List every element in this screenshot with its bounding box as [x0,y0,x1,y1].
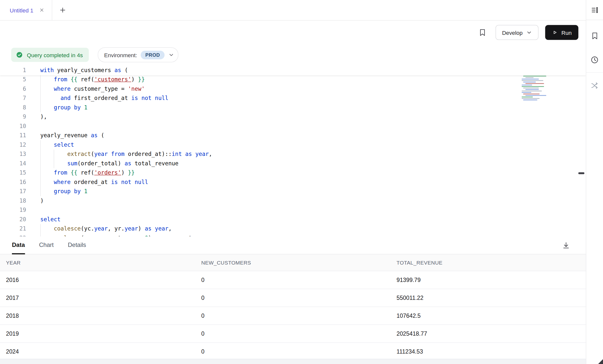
tab-details[interactable]: Details [68,236,86,254]
code-text: and first_ordered_at is not null [26,94,168,103]
code-text: where ordered_at is not null [26,178,148,187]
table-cell: 91399.79 [391,276,586,283]
resize-corner-handle[interactable] [598,359,603,364]
code-editor[interactable]: 1with yearly_customers as ( 5 from {{ re… [0,65,586,237]
table-cell: 2019 [0,330,195,337]
code-line[interactable]: 5 from {{ ref('customers') }} [0,75,586,85]
develop-label: Develop [502,29,523,36]
history-button[interactable] [586,49,603,70]
code-line[interactable]: 13 extract(year from ordered_at)::int as… [0,150,586,159]
code-text: coalesce(yc.year, yr.year) as year, [26,224,172,234]
table-cell: 0 [195,294,391,301]
bookmarks-button[interactable] [586,25,603,46]
tab-chart[interactable]: Chart [39,236,54,254]
close-icon[interactable] [39,7,45,13]
tab-label: Untitled 1 [10,7,33,13]
code-line[interactable]: 10 [0,122,586,131]
line-number: 17 [0,187,26,196]
table-row[interactable]: 20180107642.5 [0,307,586,325]
code-line[interactable]: 14 sum(order_total) as total_revenue [0,159,586,168]
table-cell: 2024 [0,348,195,355]
code-line[interactable]: 22 coalesce(yc.new_customers, 0) as new_… [0,233,586,236]
line-number: 8 [0,103,26,112]
panel-list-icon [591,6,599,14]
table-row[interactable]: 20240111234.53 [0,343,586,361]
table-cell: 0 [195,312,391,319]
code-text: sum(order_total) as total_revenue [26,159,178,168]
table-cell: 2017 [0,294,195,301]
code-line[interactable]: 15 from {{ ref('orders') }} [0,168,586,178]
scrollbar-thumb[interactable] [578,172,584,174]
environment-label: Environment: [104,52,137,58]
code-line[interactable]: 19 [0,206,586,215]
bookmark-button[interactable] [476,26,489,39]
tab-data[interactable]: Data [12,236,25,254]
code-line[interactable]: 6 where customer_type = 'new' [0,84,586,94]
code-text: from {{ ref('orders') }} [26,168,135,178]
table-cell: 550011.22 [391,294,586,301]
line-number: 7 [0,94,26,103]
environment-selector[interactable]: Environment: PROD [98,47,178,62]
code-line[interactable]: 20select [0,215,586,224]
line-number: 9 [0,112,26,122]
minimap-line [523,82,536,83]
indent-guide [40,224,41,237]
code-line[interactable]: 16 where ordered_at is not null [0,178,586,187]
download-button[interactable] [560,239,572,252]
check-circle-icon [16,51,23,59]
line-number: 18 [0,196,26,206]
develop-button[interactable]: Develop [496,25,539,40]
code-line[interactable]: 18) [0,196,586,206]
indent-guide [54,150,54,168]
minimap-line [525,77,534,78]
minimap-line [523,94,540,94]
results-panel: Data Chart Details YEARNEW_CUSTOMERSTOTA… [0,236,586,364]
code-text: where customer_type = 'new' [26,84,145,94]
new-tab-button[interactable] [52,0,73,20]
code-line[interactable]: 9), [0,112,586,122]
line-number: 1 [0,66,26,75]
toolbar: Develop Run [0,21,586,45]
code-text: ), [26,112,47,122]
line-number: 16 [0,178,26,187]
minimap-line [522,91,542,91]
code-lines: 5 from {{ ref('customers') }}6 where cus… [0,75,586,237]
code-text: group by 1 [26,187,88,196]
line-number: 13 [0,150,26,159]
table-cell: 0 [195,348,391,355]
table-row[interactable]: 20170550011.22 [0,289,586,307]
table-row[interactable]: 201902025418.77 [0,325,586,343]
lineage-button[interactable] [586,75,603,96]
download-icon [562,241,570,249]
minimap-line [522,97,533,97]
line-number: 21 [0,224,26,234]
tab-untitled-1[interactable]: Untitled 1 [0,0,52,20]
table-cell: 111234.53 [391,348,586,355]
lineage-icon [590,81,599,90]
minimap-line [525,95,546,96]
minimap-line [522,85,532,86]
table-row[interactable]: 2016091399.79 [0,271,586,289]
line-number: 15 [0,168,26,178]
line-number: 6 [0,84,26,94]
code-line[interactable]: 1with yearly_customers as ( [0,66,586,75]
code-line[interactable]: 17 group by 1 [0,187,586,196]
query-status-text: Query completed in 4s [27,52,83,58]
column-header: YEAR [0,260,195,266]
chevron-down-icon [526,30,532,36]
plus-icon [59,6,67,14]
column-header: TOTAL_REVENUE [391,260,586,266]
code-line[interactable]: 12 select [0,140,586,150]
line-number: 22 [0,233,26,236]
code-line[interactable]: 7 and first_ordered_at is not null [0,94,586,103]
minimap-line [522,98,540,99]
code-line[interactable]: 8 group by 1 [0,103,586,112]
code-line[interactable]: 11yearly_revenue as ( [0,131,586,140]
panel-layout-button[interactable] [586,0,603,20]
line-number: 5 [0,75,26,85]
line-number: 20 [0,215,26,224]
run-button[interactable]: Run [545,25,578,40]
horizontal-scrollbar[interactable] [0,359,586,364]
table-header: YEARNEW_CUSTOMERSTOTAL_REVENUE [0,254,586,271]
code-line[interactable]: 21 coalesce(yc.year, yr.year) as year, [0,224,586,234]
